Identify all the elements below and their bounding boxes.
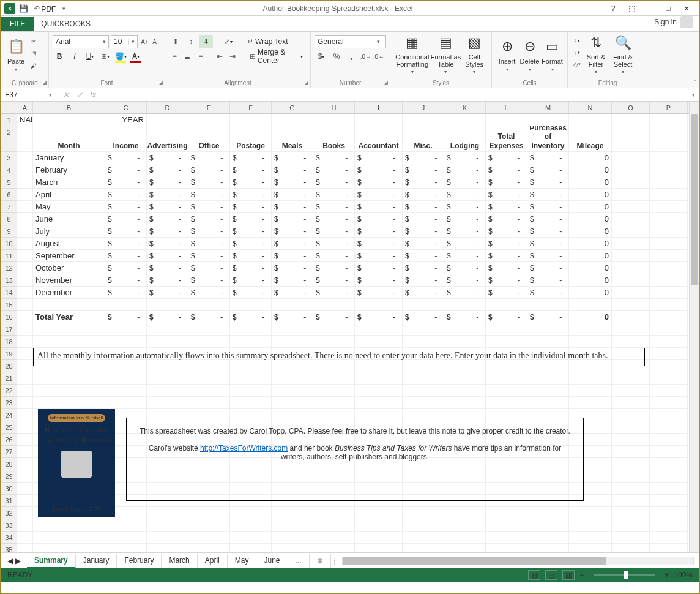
cell[interactable]: $- bbox=[230, 164, 272, 176]
row-header[interactable]: 21 bbox=[1, 372, 17, 385]
cell[interactable] bbox=[105, 299, 147, 311]
cell[interactable] bbox=[105, 385, 147, 397]
cell[interactable] bbox=[612, 250, 650, 262]
col-header[interactable]: C bbox=[105, 102, 147, 113]
font-name-combo[interactable]: ▾ bbox=[53, 35, 109, 48]
cell[interactable]: 0 bbox=[569, 176, 612, 189]
cell[interactable]: $- bbox=[188, 201, 230, 213]
cell[interactable]: $- bbox=[105, 250, 147, 262]
cell[interactable]: 0 bbox=[569, 287, 612, 299]
cell[interactable]: $- bbox=[486, 238, 527, 250]
cell[interactable] bbox=[33, 114, 105, 126]
cell[interactable]: Purchases of Inventory bbox=[527, 126, 569, 152]
cell[interactable]: $- bbox=[486, 262, 527, 274]
cell[interactable] bbox=[650, 409, 688, 421]
cell[interactable] bbox=[650, 519, 688, 532]
cell[interactable]: $- bbox=[403, 274, 444, 287]
cell[interactable] bbox=[612, 323, 650, 336]
save-icon[interactable]: 💾 bbox=[17, 2, 29, 15]
tab-pdf[interactable]: PDF bbox=[34, 2, 99, 17]
cell[interactable]: $- bbox=[527, 274, 569, 287]
row-header[interactable]: 22 bbox=[1, 385, 17, 397]
cell[interactable] bbox=[33, 544, 105, 552]
col-header[interactable]: G bbox=[272, 102, 313, 113]
row-header[interactable]: 34 bbox=[1, 532, 17, 544]
cell[interactable]: 0 bbox=[569, 152, 612, 164]
row-header[interactable]: 13 bbox=[1, 274, 17, 287]
cell[interactable]: $- bbox=[313, 274, 355, 287]
cell[interactable] bbox=[569, 372, 612, 385]
row-header[interactable]: 31 bbox=[1, 495, 17, 507]
increase-decimal-icon[interactable]: .0→ bbox=[360, 51, 371, 62]
col-header[interactable]: F bbox=[230, 102, 272, 113]
cell[interactable] bbox=[105, 323, 147, 336]
name-box[interactable]: ▾ bbox=[1, 88, 56, 101]
cell[interactable] bbox=[527, 299, 569, 311]
cell[interactable]: $- bbox=[272, 274, 313, 287]
cell[interactable]: $- bbox=[403, 176, 444, 189]
cell[interactable]: $- bbox=[188, 189, 230, 201]
add-sheet-icon[interactable]: ⊕ bbox=[310, 554, 331, 568]
row-header[interactable]: 4 bbox=[1, 164, 17, 176]
accounting-format-icon[interactable]: $▾ bbox=[315, 50, 328, 63]
cell[interactable] bbox=[486, 372, 527, 385]
cell[interactable] bbox=[313, 323, 355, 336]
number-format-combo[interactable]: ▾ bbox=[315, 35, 386, 48]
cell[interactable]: $- bbox=[147, 213, 188, 225]
cell[interactable] bbox=[147, 336, 188, 348]
cell[interactable]: 0 bbox=[569, 201, 612, 213]
close-icon[interactable]: ✕ bbox=[679, 4, 694, 13]
cell[interactable] bbox=[650, 421, 688, 434]
cell[interactable] bbox=[444, 544, 486, 552]
cell[interactable] bbox=[230, 544, 272, 552]
cell[interactable] bbox=[650, 458, 688, 470]
cell[interactable]: $- bbox=[527, 152, 569, 164]
cell[interactable] bbox=[105, 532, 147, 544]
cell[interactable] bbox=[33, 372, 105, 385]
cell[interactable] bbox=[355, 397, 403, 409]
cell[interactable]: $- bbox=[230, 213, 272, 225]
row-header[interactable]: 5 bbox=[1, 176, 17, 189]
help-icon[interactable]: ? bbox=[606, 4, 620, 13]
cell[interactable] bbox=[650, 372, 688, 385]
cell[interactable] bbox=[650, 299, 688, 311]
cell[interactable] bbox=[105, 397, 147, 409]
cell[interactable]: $- bbox=[272, 201, 313, 213]
cell[interactable] bbox=[272, 114, 313, 126]
insert-cells-button[interactable]: ⊕Insert▾ bbox=[496, 34, 518, 75]
format-painter-icon[interactable]: 🖌 bbox=[28, 60, 39, 71]
cell[interactable] bbox=[612, 519, 650, 532]
cell[interactable] bbox=[650, 126, 688, 152]
cell[interactable] bbox=[272, 519, 313, 532]
align-left-icon[interactable]: ≡ bbox=[169, 50, 180, 63]
cell[interactable]: $- bbox=[147, 311, 188, 323]
row-header[interactable]: 16 bbox=[1, 311, 17, 323]
sheet-tab-april[interactable]: April bbox=[198, 554, 228, 568]
cell[interactable]: $- bbox=[188, 213, 230, 225]
cell[interactable] bbox=[17, 336, 33, 348]
cell[interactable]: $- bbox=[105, 176, 147, 189]
cell[interactable] bbox=[33, 336, 105, 348]
cell[interactable]: $- bbox=[444, 189, 486, 201]
cell[interactable] bbox=[569, 507, 612, 519]
cell[interactable] bbox=[33, 397, 105, 409]
font-name-input[interactable] bbox=[53, 37, 100, 46]
cell[interactable]: $- bbox=[355, 311, 403, 323]
dialog-launcher-icon[interactable]: ◢ bbox=[384, 80, 388, 86]
cell[interactable]: $- bbox=[444, 164, 486, 176]
sheet-next-icon[interactable]: ▶ bbox=[15, 557, 21, 565]
cell[interactable]: $- bbox=[486, 274, 527, 287]
col-header[interactable]: A bbox=[17, 102, 33, 113]
format-as-table-button[interactable]: ▤Format as Table▾ bbox=[431, 34, 461, 75]
cell[interactable]: $- bbox=[313, 176, 355, 189]
row-header[interactable]: 24 bbox=[1, 409, 17, 421]
conditional-formatting-button[interactable]: ▦Conditional Formatting▾ bbox=[394, 34, 431, 75]
cell[interactable] bbox=[17, 311, 33, 323]
cell[interactable] bbox=[355, 372, 403, 385]
cell[interactable] bbox=[612, 544, 650, 552]
cell[interactable]: $- bbox=[313, 311, 355, 323]
cell[interactable] bbox=[444, 532, 486, 544]
cell[interactable]: $- bbox=[105, 189, 147, 201]
cell[interactable]: $- bbox=[403, 201, 444, 213]
cell[interactable] bbox=[612, 470, 650, 483]
